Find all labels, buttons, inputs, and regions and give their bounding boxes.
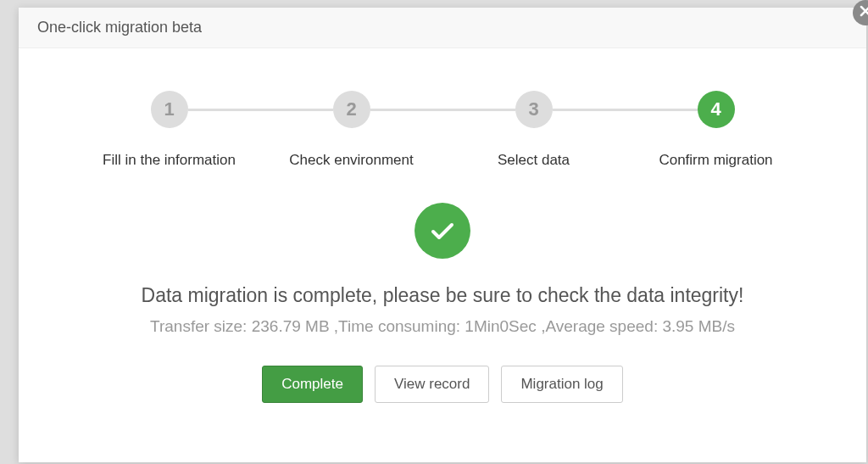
modal-body: 1 Fill in the information 2 Check enviro… bbox=[19, 48, 866, 420]
button-row: Complete View record Migration log bbox=[53, 366, 832, 403]
step-confirm-migration: 4 Confirm migration bbox=[625, 91, 807, 169]
step-fill-information: 1 Fill in the information bbox=[78, 91, 260, 169]
step-number: 3 bbox=[515, 91, 553, 128]
success-icon bbox=[415, 203, 470, 259]
view-record-button[interactable]: View record bbox=[375, 366, 489, 403]
complete-button[interactable]: Complete bbox=[262, 366, 363, 403]
step-check-environment: 2 Check environment bbox=[260, 91, 442, 169]
step-label: Select data bbox=[498, 152, 570, 169]
result-section: Data migration is complete, please be su… bbox=[53, 203, 832, 403]
modal-header: One-click migration beta bbox=[19, 8, 866, 48]
step-number: 4 bbox=[698, 91, 735, 128]
step-select-data: 3 Select data bbox=[442, 91, 625, 169]
result-detail: Transfer size: 236.79 MB ,Time consuming… bbox=[53, 317, 832, 336]
step-label: Fill in the information bbox=[103, 152, 236, 169]
migration-modal: One-click migration beta 1 Fill in the i… bbox=[19, 8, 866, 462]
step-label: Check environment bbox=[289, 152, 413, 169]
stepper: 1 Fill in the information 2 Check enviro… bbox=[78, 91, 807, 169]
modal-title: One-click migration beta bbox=[37, 19, 202, 36]
step-label: Confirm migration bbox=[659, 152, 772, 169]
migration-log-button[interactable]: Migration log bbox=[501, 366, 622, 403]
close-icon bbox=[859, 4, 868, 21]
step-number: 1 bbox=[151, 91, 188, 128]
result-title: Data migration is complete, please be su… bbox=[53, 284, 832, 307]
step-number: 2 bbox=[333, 91, 370, 128]
